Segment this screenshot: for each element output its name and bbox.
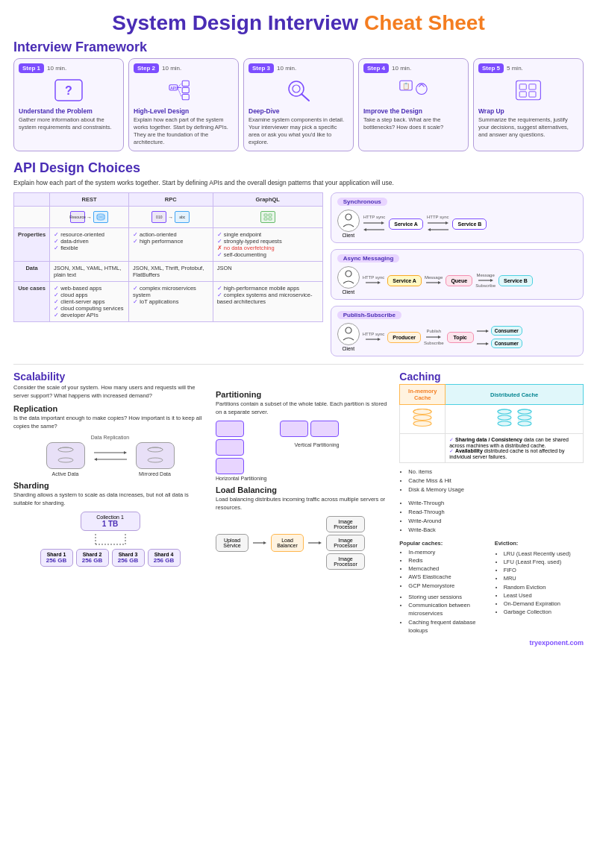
sync-service-a: Service A: [389, 218, 423, 230]
svg-rect-20: [529, 84, 536, 89]
rest-use-cases: web-based apps cloud apps client-server …: [50, 282, 129, 322]
svg-line-8: [178, 84, 181, 87]
lb-desc: Load balancing distributes incoming traf…: [216, 496, 390, 512]
popular-caches-list: In-memory Redis Memcached AWS Elasticach…: [399, 548, 488, 590]
api-section: REST RPC GraphQL Resource →: [13, 192, 584, 356]
footer: tryexponent.com: [13, 639, 584, 647]
rest-db-icon: [93, 211, 108, 223]
step-badge-1: Step 1: [19, 63, 44, 73]
shard-4: Shard 4 256 GB: [148, 549, 181, 567]
uc-2: Caching frequent database lookups: [408, 618, 488, 635]
step-time-1: 10 min.: [47, 65, 66, 72]
async-diagram: Async Messaging Client HTTP sync Service…: [331, 249, 584, 300]
step-card-3: Step 3 10 min. Deep-Dive Examine system …: [243, 58, 354, 152]
step-header-4: Step 4 10 min.: [363, 63, 411, 73]
svg-point-58: [58, 458, 73, 462]
api-icon: API: [166, 76, 201, 104]
rep-box-mirrored: [136, 442, 175, 469]
graphql-data: JSON: [213, 262, 322, 282]
cache-strategies: Write-Through Read-Through Write-Around …: [399, 499, 584, 535]
use-cases-label: Use cases: [14, 282, 50, 322]
step-time-3: 10 min.: [277, 65, 296, 72]
pubsub-producer: Producer: [387, 332, 421, 343]
step-desc-5: Summarize the requirements, justify your…: [478, 116, 578, 139]
pubsub-diagram: Publish-Subscribe Client HTTP sync Produ…: [331, 306, 584, 356]
svg-marker-44: [438, 281, 441, 284]
strategy-1: Read-Through: [408, 508, 584, 517]
cache-metrics: No. items Cache Miss & Hit Disk & Memory…: [399, 468, 584, 494]
step-card-4: Step 4 10 min. 📋 Improve the Design Take…: [358, 58, 469, 152]
horiz-box-1: [216, 421, 244, 437]
api-design-heading: API Design Choices: [13, 160, 584, 176]
strategy-0: Write-Through: [408, 499, 584, 508]
rpc-use-cases: complex microservices system IoT applica…: [128, 282, 213, 322]
step-time-2: 10 min.: [162, 65, 181, 72]
svg-point-87: [518, 421, 531, 426]
cache-use-cases: Storing user sessions Communication betw…: [399, 593, 488, 635]
pubsub-client: [337, 323, 360, 345]
evict-6: On-Demand Expiration: [504, 600, 584, 608]
col-header-rpc: RPC: [128, 193, 213, 207]
rep-box-active: [46, 442, 85, 469]
collection-label: Collection 1: [87, 515, 134, 520]
pubsub-consumer1: Consumer: [491, 326, 522, 336]
popular-caches-title: Popular caches:: [399, 539, 488, 547]
popular-caches: Popular caches: In-memory Redis Memcache…: [399, 539, 488, 590]
lb-arrow2: [308, 540, 322, 546]
rest-data: JSON, XML, YAML, HTML, plain text: [50, 262, 129, 282]
async-client-label: Client: [342, 289, 354, 295]
svg-point-31: [346, 214, 351, 220]
lb-arrow1: [253, 540, 266, 546]
scalability-heading: Scalability: [13, 371, 207, 383]
lb-diagram: Upload Service Load Balancer Image Proce…: [216, 516, 390, 570]
pubsub-label: Publish-Subscribe: [337, 311, 401, 319]
lb-processors: Image Processor Image Processor Image Pr…: [326, 516, 365, 570]
sharding-heading: Sharding: [13, 481, 207, 490]
svg-point-40: [346, 271, 351, 277]
pop-3: AWS Elasticache: [408, 573, 488, 581]
page-title: System Design Interview Cheat Sheet: [13, 12, 584, 35]
mirrored-label: Mirrored Data: [136, 471, 175, 477]
step-header-2: Step 2 10 min.: [134, 63, 181, 73]
sync-client-label: Client: [342, 233, 354, 238]
step-title-3: Deep-Dive: [249, 107, 280, 115]
svg-point-23: [97, 214, 104, 216]
step-card-5: Step 5 5 min. Wrap Up Summarize the requ…: [473, 58, 584, 152]
col-header-rest: REST: [50, 193, 129, 207]
search-icon: [281, 76, 316, 104]
step-header-1: Step 1 10 min.: [19, 63, 66, 73]
data-label: Data: [14, 262, 50, 282]
sharding-diagram: Collection 1 1 TB Shard 1 256 GB Shard 2: [13, 512, 207, 567]
step-badge-5: Step 5: [478, 63, 504, 73]
graphql-icon-cell: [213, 207, 322, 228]
svg-marker-53: [486, 330, 489, 333]
pubsub-consumer2: Consumer: [491, 339, 522, 348]
rpc-icon2: abc: [175, 211, 190, 223]
vert-partition: Vertical Partitioning: [280, 421, 339, 447]
cache-bottom-row: Popular caches: In-memory Redis Memcache…: [399, 539, 584, 635]
step-time-5: 5 min.: [507, 65, 523, 72]
sharding-desc: Sharding allows a system to scale as dat…: [13, 491, 207, 507]
api-table-wrap: REST RPC GraphQL Resource →: [13, 192, 323, 356]
step-card-1: Step 1 10 min. ? Understand the Problem …: [13, 58, 124, 152]
popular-and-use-cases: Popular caches: In-memory Redis Memcache…: [399, 539, 488, 635]
svg-rect-29: [264, 218, 267, 220]
graphql-use-cases: high-performance mobile apps complex sys…: [213, 282, 322, 322]
evict-7: Garbage Collection: [504, 608, 584, 616]
svg-marker-35: [363, 228, 366, 231]
icon-row-label: [14, 207, 50, 228]
scalability-caching-section: Scalability Consider the scale of your s…: [13, 371, 584, 635]
metric-1: Cache Miss & Hit: [408, 477, 584, 485]
replication-heading: Replication: [13, 404, 207, 413]
horiz-partition: Horizontal Partitioning: [216, 421, 266, 481]
dist-features: Sharing data / Consistency data can be s…: [446, 434, 584, 463]
svg-line-12: [301, 94, 309, 101]
svg-marker-51: [438, 336, 441, 339]
step-title-4: Improve the Design: [363, 107, 422, 115]
rep-row: [46, 442, 175, 469]
svg-text:API: API: [170, 85, 177, 89]
eviction-box: Eviction: LRU (Least Recently used) LFU …: [495, 539, 584, 616]
rep-labels: Active Data Mirrored Data: [46, 471, 175, 477]
shard-3: Shard 3 256 GB: [112, 549, 145, 567]
uc-0: Storing user sessions: [408, 593, 488, 601]
